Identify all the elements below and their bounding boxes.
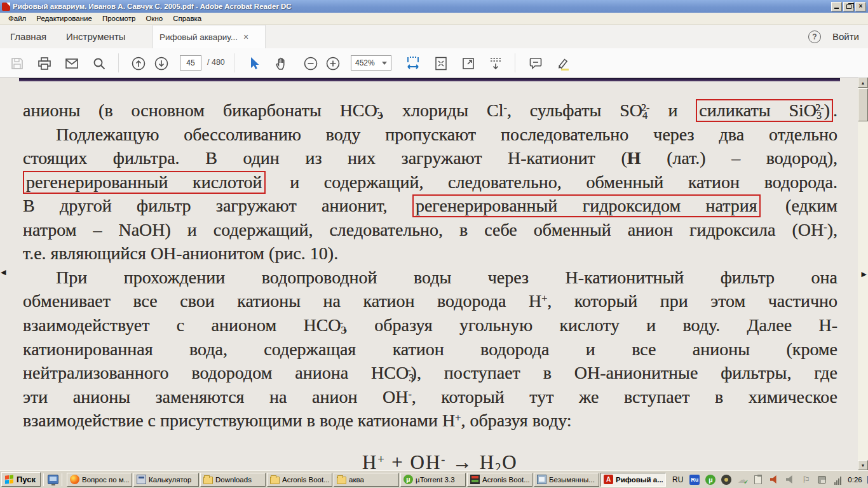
- calculator-icon: [137, 475, 146, 484]
- taskbar-button-paint[interactable]: Безымянны...: [534, 473, 599, 487]
- fit-page-icon: [433, 56, 449, 71]
- search-button[interactable]: [91, 55, 107, 72]
- volume-red-icon[interactable]: [769, 475, 779, 485]
- document-line: Подлежащую обессоливанию воду пропускают…: [23, 125, 837, 145]
- safely-remove-icon[interactable]: [817, 475, 827, 485]
- tab-home[interactable]: Главная: [10, 25, 46, 48]
- account-area: ? Войти: [808, 25, 859, 48]
- menu-item-help[interactable]: Справка: [168, 14, 206, 23]
- window-titlebar: Рифовый аквариум. Иванов А. Савчук С. 20…: [0, 0, 868, 13]
- start-button[interactable]: Пуск: [1, 472, 41, 487]
- menu-item-edit[interactable]: Редактирование: [32, 14, 97, 23]
- document-line: взаимодействие с присутствующими в воде …: [23, 410, 837, 431]
- select-tool-button[interactable]: [246, 55, 262, 72]
- task-button-label: Acronis Boot...: [482, 476, 529, 484]
- acrobat-icon: A: [604, 475, 613, 484]
- taskbar-button-firefox[interactable]: Вопрос по м...: [67, 473, 132, 487]
- system-tray: Ru µ ☁✓ ⚐: [689, 475, 843, 485]
- menu-item-file[interactable]: Файл: [4, 14, 31, 23]
- language-indicator[interactable]: RU: [672, 475, 683, 484]
- restore-button[interactable]: [843, 2, 854, 11]
- taskbar-button-calculator[interactable]: Калькулятор: [133, 473, 199, 487]
- page-total-label: / 480: [207, 58, 225, 67]
- acronis-icon: [470, 475, 480, 484]
- taskbar-divider: [43, 473, 44, 486]
- folder-icon: [270, 477, 280, 484]
- scroll-down-button[interactable]: ▼: [858, 460, 868, 470]
- next-page-button[interactable]: [153, 55, 170, 72]
- previous-view-arrow[interactable]: ◀: [1, 268, 6, 276]
- save-button[interactable]: [9, 55, 25, 72]
- fit-width-button[interactable]: [405, 55, 421, 72]
- zoom-level-select[interactable]: 452%: [351, 55, 391, 71]
- show-desktop-icon[interactable]: [48, 475, 58, 484]
- scroll-mode-icon: [488, 56, 503, 71]
- highlight-button[interactable]: [555, 55, 571, 72]
- menu-bar: Файл Редактирование Просмотр Окно Справк…: [0, 13, 868, 25]
- taskbar-button-downloads[interactable]: Downloads: [200, 473, 266, 487]
- scrollbar-thumb[interactable]: [858, 88, 868, 121]
- document-line: обменивает все свои катионы на катион во…: [23, 291, 837, 311]
- close-button[interactable]: ×: [855, 2, 866, 11]
- taskbar-button-acronis-app[interactable]: Acronis Boot...: [467, 473, 532, 487]
- help-icon[interactable]: ?: [808, 30, 821, 43]
- tab-document-label: Рифовый аквариу...: [159, 32, 238, 42]
- comment-button[interactable]: [527, 55, 544, 72]
- page-down-icon: [153, 55, 170, 72]
- plus-circle-icon: [325, 55, 341, 72]
- document-line: В другой фильтр загружают анионит, реген…: [23, 196, 837, 216]
- sign-in-button[interactable]: Войти: [832, 31, 859, 42]
- page-number-input[interactable]: [180, 55, 201, 71]
- document-line: т.е. являющийся ОН-анионитом (рис. 10).: [23, 243, 837, 264]
- flag-tray-icon[interactable]: ⚐: [801, 475, 811, 485]
- email-button[interactable]: [64, 55, 80, 72]
- taskbar-button-acrobat-active[interactable]: A Рифовый а...: [600, 473, 666, 487]
- taskbar: Пуск Вопрос по м... Калькулятор Download…: [0, 470, 868, 488]
- task-button-label: Downloads: [215, 476, 252, 484]
- scroll-up-button[interactable]: ▲: [858, 78, 868, 88]
- taskbar-button-utorrent[interactable]: µ µTorrent 3.3: [400, 473, 466, 487]
- clipboard-tray-icon[interactable]: [753, 475, 763, 485]
- scroll-mode-button[interactable]: [487, 55, 504, 72]
- network-signal-icon[interactable]: [832, 475, 843, 485]
- zoom-in-button[interactable]: [325, 55, 341, 72]
- email-icon: [64, 56, 79, 71]
- menu-item-window[interactable]: Окно: [141, 14, 167, 23]
- check-glyph: ✓: [743, 478, 749, 485]
- cloud-antivirus-icon[interactable]: ☁✓: [737, 475, 747, 485]
- tab-close-icon[interactable]: ×: [243, 32, 248, 42]
- taskbar-clock[interactable]: 0:26: [848, 476, 862, 484]
- volume-grey-icon[interactable]: [785, 475, 795, 485]
- zoom-out-button[interactable]: [302, 55, 319, 72]
- document-line: нейтрализованного водородом аниона НСО3-…: [23, 363, 837, 384]
- acrobat-toolbar: / 480 452%: [0, 48, 868, 78]
- firewall-tray-icon[interactable]: [721, 475, 731, 485]
- task-button-label: Калькулятор: [149, 476, 191, 484]
- next-view-arrow[interactable]: ▶: [862, 270, 867, 278]
- taskbar-button-akva-folder[interactable]: аква: [334, 473, 399, 487]
- tab-document[interactable]: Рифовый аквариу... ×: [153, 25, 266, 48]
- paint-icon: [537, 475, 546, 484]
- toolbar-separator: [234, 53, 234, 72]
- full-screen-button[interactable]: [460, 55, 477, 72]
- print-icon: [37, 56, 52, 71]
- menu-item-view[interactable]: Просмотр: [98, 14, 140, 23]
- minimize-button[interactable]: [831, 2, 842, 11]
- folder-icon: [337, 477, 346, 484]
- previous-page-button[interactable]: [130, 55, 147, 72]
- save-icon: [10, 56, 25, 71]
- tab-tools[interactable]: Инструменты: [66, 25, 126, 48]
- annotation-box: регенерированный кислотой: [23, 171, 266, 194]
- utorrent-tray-icon[interactable]: µ: [705, 475, 715, 485]
- minus-circle-icon: [302, 55, 319, 72]
- fit-page-button[interactable]: [433, 55, 449, 72]
- search-icon: [92, 56, 107, 71]
- chevron-down-icon: [382, 62, 387, 65]
- restore-icon: [846, 4, 851, 9]
- taskbar-button-acronis-folder[interactable]: Acronis Boot...: [267, 473, 332, 487]
- print-button[interactable]: [36, 55, 53, 72]
- usb-glyph: [818, 476, 826, 484]
- hand-tool-button[interactable]: [273, 55, 290, 72]
- document-line: стоящих фильтра. В один из них загружают…: [23, 148, 837, 168]
- punto-switcher-icon[interactable]: Ru: [689, 475, 700, 485]
